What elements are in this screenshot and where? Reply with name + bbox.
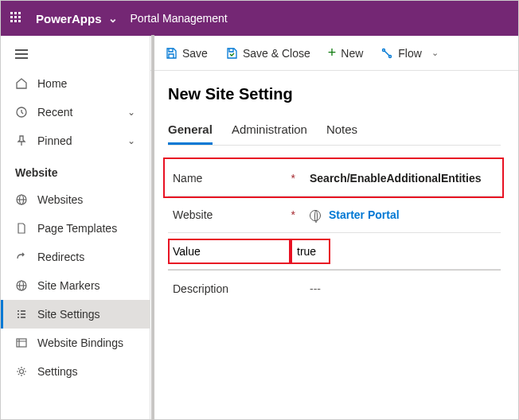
new-button[interactable]: + New bbox=[328, 45, 364, 61]
flow-icon bbox=[380, 47, 393, 60]
cmd-label: Flow bbox=[398, 47, 422, 60]
plus-icon: + bbox=[328, 45, 337, 61]
scrollbar[interactable] bbox=[151, 35, 154, 420]
required-indicator: * bbox=[291, 208, 303, 221]
bindings-icon bbox=[15, 336, 28, 349]
hamburger-button[interactable] bbox=[1, 36, 150, 69]
home-icon bbox=[15, 77, 28, 90]
globe-icon bbox=[15, 193, 28, 206]
sidebar-item-pinned[interactable]: Pinned ⌄ bbox=[1, 126, 150, 155]
sidebar-item-website-bindings[interactable]: Website Bindings bbox=[1, 329, 150, 357]
sidebar-item-label: Websites bbox=[37, 193, 83, 206]
redirect-icon bbox=[15, 251, 28, 263]
marker-icon bbox=[15, 279, 28, 292]
field-label: Name bbox=[168, 172, 291, 185]
field-label: Value bbox=[168, 239, 291, 264]
sidebar-item-websites[interactable]: Websites bbox=[1, 185, 150, 214]
cmd-label: Save bbox=[182, 47, 208, 60]
value-field[interactable]: true bbox=[291, 239, 330, 264]
brand-label: PowerApps bbox=[36, 12, 102, 25]
save-button[interactable]: Save bbox=[165, 47, 208, 60]
cmd-label: Save & Close bbox=[243, 47, 310, 60]
required-indicator: * bbox=[291, 172, 303, 185]
globe-icon bbox=[310, 210, 321, 221]
sidebar-item-label: Site Settings bbox=[37, 308, 100, 321]
page-title: New Site Setting bbox=[168, 85, 501, 103]
sidebar-item-label: Website Bindings bbox=[37, 336, 123, 349]
sidebar-item-page-templates[interactable]: Page Templates bbox=[1, 214, 150, 243]
sidebar-item-label: Site Markers bbox=[37, 279, 100, 292]
sidebar-item-site-settings[interactable]: Site Settings bbox=[1, 300, 150, 329]
sidebar-item-label: Pinned bbox=[37, 134, 72, 147]
tab-general[interactable]: General bbox=[168, 116, 213, 145]
chevron-down-icon: ⌄ bbox=[431, 48, 439, 58]
sidebar-item-settings[interactable]: Settings bbox=[1, 357, 150, 386]
gear-icon bbox=[15, 365, 28, 378]
form-row-website: Website * Starter Portal bbox=[168, 196, 501, 233]
tab-notes[interactable]: Notes bbox=[326, 116, 357, 145]
app-header: PowerApps ⌄ Portal Management bbox=[1, 1, 518, 36]
sidebar-item-site-markers[interactable]: Site Markers bbox=[1, 271, 150, 300]
field-label: Website bbox=[168, 208, 291, 221]
form-row-name: Name * Search/EnableAdditionalEntities bbox=[168, 160, 501, 196]
form-row-value: Value true bbox=[168, 233, 501, 270]
pin-icon bbox=[15, 134, 28, 147]
save-close-icon bbox=[225, 47, 238, 60]
chevron-down-icon: ⌄ bbox=[108, 12, 118, 25]
command-bar: Save Save & Close + New Flow ⌄ bbox=[150, 36, 518, 71]
settings-list-icon bbox=[15, 308, 28, 321]
sidebar-item-label: Page Templates bbox=[37, 222, 117, 235]
sidebar-item-recent[interactable]: Recent ⌄ bbox=[1, 98, 150, 126]
cmd-label: New bbox=[341, 47, 363, 60]
sidebar-item-label: Recent bbox=[37, 106, 72, 119]
svg-rect-5 bbox=[17, 339, 26, 347]
name-field[interactable]: Search/EnableAdditionalEntities bbox=[303, 172, 501, 185]
field-label: Description bbox=[168, 282, 295, 295]
sidebar-section-header: Website bbox=[1, 155, 150, 185]
tabs: General Administration Notes bbox=[168, 116, 501, 146]
save-icon bbox=[165, 47, 178, 60]
chevron-down-icon: ⌄ bbox=[127, 135, 135, 146]
sidebar-item-home[interactable]: Home bbox=[1, 69, 150, 98]
app-launcher-icon[interactable] bbox=[10, 12, 23, 25]
clock-icon bbox=[15, 106, 28, 119]
flow-button[interactable]: Flow ⌄ bbox=[380, 47, 439, 60]
tab-administration[interactable]: Administration bbox=[232, 116, 307, 145]
sidebar-item-label: Home bbox=[37, 77, 67, 90]
module-name: Portal Management bbox=[131, 12, 228, 25]
brand[interactable]: PowerApps ⌄ bbox=[36, 12, 118, 25]
sidebar-item-label: Redirects bbox=[37, 251, 84, 263]
save-close-button[interactable]: Save & Close bbox=[225, 47, 310, 60]
chevron-down-icon: ⌄ bbox=[127, 107, 135, 118]
form-row-description: Description --- bbox=[168, 270, 501, 306]
website-link[interactable]: Starter Portal bbox=[329, 208, 400, 221]
description-field[interactable]: --- bbox=[303, 282, 501, 295]
form-general: Name * Search/EnableAdditionalEntities W… bbox=[168, 160, 501, 306]
sidebar-item-redirects[interactable]: Redirects bbox=[1, 243, 150, 271]
sidebar: Home Recent ⌄ Pinned ⌄ Website Websites bbox=[1, 36, 150, 419]
svg-point-6 bbox=[20, 370, 24, 374]
website-lookup[interactable]: Starter Portal bbox=[303, 208, 501, 221]
sidebar-item-label: Settings bbox=[37, 365, 78, 378]
page-icon bbox=[15, 222, 28, 235]
